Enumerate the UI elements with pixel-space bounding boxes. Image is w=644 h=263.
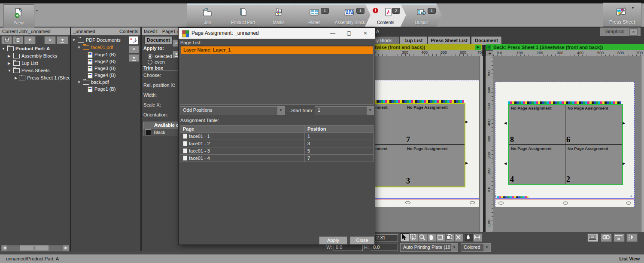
back-prev-button[interactable]: ◀ — [486, 45, 491, 50]
expand-icon[interactable]: ▼ — [77, 79, 81, 86]
tab-document-properties[interactable]: Document — [144, 36, 173, 44]
collapsed-icon[interactable]: ▶ — [8, 60, 12, 67]
table-row[interactable]: face01 - 2 3 — [180, 140, 373, 147]
step-product-part[interactable]: Product Part — [222, 3, 264, 27]
save-button[interactable] — [1, 36, 12, 44]
expand-all-button[interactable]: » — [44, 36, 56, 44]
positions-value: Odd Positions — [183, 107, 212, 115]
delete-assignment-tool-button[interactable] — [454, 233, 463, 242]
dialog-titlebar[interactable]: Page Assignment: _unnamed — ▢ × — [179, 28, 375, 39]
job-dropdown-button[interactable]: ▼ — [24, 36, 36, 44]
color-row-black[interactable]: Black — [143, 129, 179, 136]
pan-tool-button[interactable] — [427, 233, 436, 242]
tree-item-back-page1[interactable]: Page1 (B) — [88, 86, 116, 92]
column-position[interactable]: Position — [305, 125, 373, 132]
radio-selected[interactable]: selected — [148, 54, 172, 59]
collapsed-icon[interactable]: ▶ — [8, 53, 12, 59]
color-mode-dropdown[interactable]: Colored ▼ — [461, 243, 491, 252]
tab-label: Press Sheet List — [431, 38, 468, 43]
ruler-label: 600 — [460, 50, 466, 55]
tree-item-page2[interactable]: Page2 (B) — [88, 58, 116, 65]
tree-item-assembly-blocks[interactable]: ▶ Assembly Blocks — [8, 53, 57, 59]
radio-off-icon — [148, 60, 152, 64]
back-vscrollbar[interactable] — [641, 56, 644, 232]
gears-button[interactable] — [601, 233, 612, 242]
press-sheet-button[interactable]: Press Sheet — [603, 3, 641, 27]
tree-item-press-sheet-1[interactable]: ▶ Press Sheet 1 (Sheetwise (front and ba… — [15, 75, 70, 81]
collation-mark — [405, 201, 410, 204]
plate-preview-dropdown[interactable]: Auto Printing Plate (19 %) ▼ — [400, 243, 458, 252]
scroll-thumb[interactable] — [20, 245, 49, 251]
scroll-right-icon[interactable]: ▶ — [63, 245, 69, 251]
print-button[interactable] — [12, 36, 23, 44]
new-button[interactable]: New — [3, 4, 34, 28]
table-row[interactable]: face01 - 1 1 — [180, 132, 373, 140]
tab-1up-list[interactable]: 1up List — [400, 36, 427, 45]
tree-item-face01-pdf[interactable]: ▼ face01.pdf — [77, 44, 113, 51]
back-sheet-canvas[interactable]: No Page Assignment No Page Assignment No… — [493, 56, 641, 232]
expand-icon[interactable]: ▼ — [77, 44, 81, 51]
plate-view-button[interactable] — [587, 233, 598, 242]
back-imposition-grid[interactable]: No Page Assignment No Page Assignment No… — [508, 104, 623, 185]
table-row[interactable]: face01 - 3 5 — [180, 147, 373, 154]
layer-row[interactable]: Layer Name: Layer_1 — [181, 46, 373, 54]
tree-item-pdf-documents[interactable]: ▼ PDF Documents — [72, 37, 121, 43]
assignment-table-label: Assignment Table: — [180, 118, 219, 123]
step-marks[interactable]: Marks — [258, 3, 299, 27]
radio-even[interactable]: even — [148, 59, 165, 64]
minimize-button[interactable]: — — [328, 29, 337, 37]
page-icon — [88, 73, 93, 79]
expand-icon[interactable]: ▼ — [8, 67, 12, 74]
tree-item-product-part[interactable]: ▼ Product Part: A — [2, 46, 50, 52]
ink-tool-button[interactable] — [464, 233, 473, 242]
backlight-button[interactable] — [626, 233, 638, 242]
collapse-all-button[interactable]: ▼ — [57, 36, 68, 44]
tree-item-page4[interactable]: Page4 (B) — [88, 72, 116, 79]
tree-item-back-pdf[interactable]: ▼ back.pdf — [77, 79, 109, 86]
tab-document[interactable]: Document — [471, 36, 502, 45]
crop-tool-button[interactable] — [436, 233, 445, 242]
press-sheet-dropdown-arrow[interactable]: ▾ — [632, 6, 634, 10]
job-panel-hscrollbar[interactable]: ◀ ▶ — [1, 245, 70, 252]
start-from-dropdown[interactable]: 1 ▼ — [315, 106, 374, 115]
copy-pages-tool-button[interactable] — [445, 233, 454, 242]
positions-dropdown[interactable]: Odd Positions ▼ — [180, 106, 285, 115]
measure-tool-button[interactable] — [473, 233, 482, 242]
scale-x-label: Scale X: — [143, 102, 161, 107]
contents-expand-all-button[interactable]: » — [129, 46, 139, 53]
zoom-tool-button[interactable] — [418, 233, 427, 242]
front-vscrollbar[interactable] — [479, 56, 483, 232]
close-dialog-button[interactable]: Close — [350, 236, 374, 245]
collapsed-icon[interactable]: ▶ — [15, 75, 17, 81]
contents-collapse-all-button[interactable]: ▼ — [129, 54, 139, 62]
tree-item-page3[interactable]: Page3 (B) — [88, 65, 116, 72]
column-page[interactable]: Page — [180, 125, 305, 132]
step-output[interactable]: Output 1 — [401, 3, 442, 27]
tree-item-page1[interactable]: Page1 (B) — [88, 52, 116, 58]
maximize-button[interactable]: ▢ — [345, 29, 353, 37]
tab-press-sheet-list[interactable]: Press Sheet List — [428, 36, 471, 45]
select-tool-button[interactable] — [400, 233, 409, 242]
tree-item-1up-list[interactable]: ▶ 1up List — [8, 60, 38, 67]
back-horizontal-ruler: 0.0 100 200 300 400 500 600 700 — [493, 50, 644, 56]
collation-mark — [470, 201, 475, 204]
step-assembly-block[interactable]: Assembly Block 1 — [329, 3, 371, 27]
step-job[interactable]: Job — [187, 3, 228, 27]
front-next-button[interactable]: ▶ — [475, 45, 481, 50]
step-contents[interactable]: ! Contents 2 — [365, 3, 406, 27]
measure-delete-button[interactable] — [614, 233, 625, 242]
frame-select-tool-button[interactable] — [409, 233, 418, 242]
radio-on-icon — [148, 54, 152, 59]
graphics-close-button[interactable]: × — [629, 28, 638, 36]
close-button[interactable]: × — [361, 29, 370, 37]
expand-icon[interactable]: ▼ — [72, 37, 76, 43]
new-dropdown-arrow[interactable]: ▾ — [36, 9, 38, 12]
apply-button[interactable]: Apply — [319, 236, 347, 245]
tree-item-press-sheets[interactable]: ▼ Press Sheets — [8, 67, 49, 74]
expand-icon[interactable]: ▼ — [2, 46, 6, 52]
scroll-left-icon[interactable]: ◀ — [2, 245, 7, 251]
step-plates[interactable]: Plates 1 — [294, 3, 335, 27]
page-list-box[interactable]: Layer Name: Layer_1 — [180, 46, 374, 105]
sort-button[interactable]: a z — [129, 36, 138, 45]
table-row[interactable]: face01 - 4 7 — [180, 154, 373, 162]
